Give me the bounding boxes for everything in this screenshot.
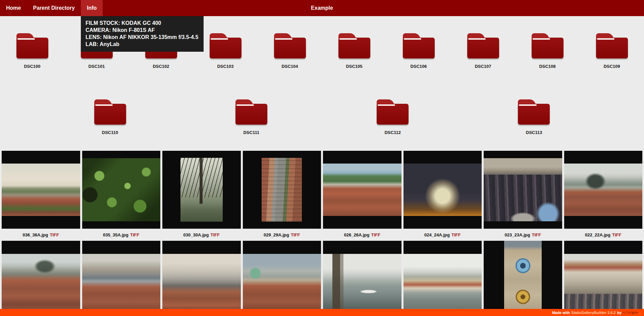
tooltip-line-camera: CAMERA: Nikon F-801S AF: [86, 27, 198, 34]
thumbnail-link[interactable]: [404, 151, 482, 229]
thumbnail-filename: 036_36A.jpg: [23, 232, 48, 237]
navbar: Home Parent Directory Info FILM STOCK: K…: [0, 0, 644, 16]
footer-bar: Made with StaticGalleryBuilder 2.6.2 by …: [0, 309, 644, 316]
folder-icon: [596, 33, 628, 58]
thumbnail-link[interactable]: [323, 241, 401, 316]
gallery-item: [404, 241, 482, 316]
folder-item-dsc109[interactable]: DSC109: [585, 33, 639, 69]
thumbnail-link[interactable]: [162, 151, 241, 229]
folder-icon: [532, 33, 564, 58]
folder-label: DSC108: [539, 64, 555, 69]
thumbnail-photo-crowd: [484, 158, 562, 221]
thumbnail-photo-night-church: [404, 164, 482, 216]
folder-item-dsc103[interactable]: DSC103: [199, 33, 252, 69]
thumbnail-link[interactable]: [323, 151, 401, 229]
nav-item-home[interactable]: Home: [0, 0, 27, 16]
thumbnail-link[interactable]: [484, 151, 562, 229]
gallery-item: 026_26A.jpg TIFF: [323, 151, 401, 241]
footer-brand-link[interactable]: StaticGalleryBuilder 2.6.2: [571, 311, 616, 315]
gallery-item: 022_22A.jpg TIFF: [564, 151, 643, 241]
thumbnail-link[interactable]: [82, 241, 161, 316]
folder-item-dsc112[interactable]: DSC112: [366, 99, 420, 135]
folder-label: DSC110: [102, 130, 118, 135]
nav-item-parent-directory[interactable]: Parent Directory: [27, 0, 81, 16]
thumbnail-photo-tree-over-city: [180, 158, 223, 222]
thumbnail-link[interactable]: [162, 241, 241, 316]
folder-label: DSC112: [384, 130, 400, 135]
thumbnail-caption: 023_23A.jpg TIFF: [484, 229, 562, 241]
folder-item-dsc106[interactable]: DSC106: [392, 33, 445, 69]
gallery-item: [323, 241, 401, 316]
tooltip-line-film-stock: FILM STOCK: KODAK GC 400: [86, 19, 198, 27]
thumbnail-link[interactable]: [484, 241, 562, 316]
gallery-item: [82, 241, 161, 316]
folder-item-dsc108[interactable]: DSC108: [521, 33, 574, 69]
folder-label: DSC107: [475, 64, 491, 69]
thumbnail-caption: 029_29A.jpg TIFF: [243, 229, 321, 241]
gallery-item: 036_36A.jpg TIFF: [2, 151, 80, 241]
folder-label: DSC105: [346, 64, 362, 69]
thumbnail-link[interactable]: [243, 151, 321, 229]
folder-label: DSC101: [88, 64, 105, 69]
footer-logo-link[interactable]: </srgn>: [623, 310, 638, 315]
folder-label: DSC113: [526, 130, 542, 135]
gallery-item: [243, 241, 321, 316]
thumbnail-photo-rooftops-river: [82, 254, 161, 311]
thumbnail-link[interactable]: [243, 241, 321, 316]
tiff-link[interactable]: TIFF: [532, 232, 541, 237]
tiff-link[interactable]: TIFF: [210, 232, 219, 237]
folder-item-dsc113[interactable]: DSC113: [507, 99, 561, 135]
folder-icon: [467, 33, 499, 58]
footer-by-text: by: [617, 311, 622, 315]
thumbnail-photo-aerial-street: [262, 158, 302, 222]
tiff-link[interactable]: TIFF: [130, 232, 139, 237]
thumbnail-filename: 022_22A.jpg: [585, 232, 610, 237]
thumbnail-caption: 022_22A.jpg TIFF: [564, 229, 643, 241]
thumbnail-filename: 030_30A.jpg: [183, 232, 209, 237]
folder-icon: [210, 33, 241, 58]
thumbnail-link[interactable]: [82, 151, 161, 229]
folder-item-dsc107[interactable]: DSC107: [456, 33, 510, 69]
folder-item-dsc111[interactable]: DSC111: [224, 99, 278, 135]
gallery-item: [564, 241, 643, 316]
footer-made-with-text: Made with: [552, 311, 570, 315]
thumbnail-link[interactable]: [404, 241, 482, 316]
thumbnail-photo-rooftops-hill: [323, 164, 401, 216]
tiff-link[interactable]: TIFF: [291, 232, 300, 237]
folder-item-dsc100[interactable]: DSC100: [5, 33, 59, 69]
folder-label: DSC100: [24, 64, 40, 69]
tiff-link[interactable]: TIFF: [50, 232, 59, 237]
thumbnail-caption: 024_24A.jpg TIFF: [404, 229, 482, 241]
thumbnail-link[interactable]: [2, 151, 80, 229]
thumbnail-photo-rooftops-spires: [2, 254, 80, 311]
folder-icon: [235, 99, 267, 125]
folder-label: DSC102: [153, 64, 169, 69]
folder-label: DSC109: [603, 64, 620, 69]
folder-icon: [518, 99, 550, 125]
tiff-link[interactable]: TIFF: [612, 232, 621, 237]
thumbnail-photo-foliage: [82, 158, 161, 221]
thumbnail-link[interactable]: [564, 241, 643, 316]
thumbnail-caption: 036_36A.jpg TIFF: [2, 229, 80, 241]
folder-icon: [94, 99, 126, 125]
nav-item-example[interactable]: Example: [311, 5, 333, 11]
nav-item-info[interactable]: Info FILM STOCK: KODAK GC 400 CAMERA: Ni…: [81, 0, 103, 16]
thumbnail-filename: 029_29A.jpg: [264, 232, 289, 237]
thumbnail-photo-hazy-panorama: [162, 254, 241, 311]
gallery-item: 029_29A.jpg TIFF: [243, 151, 321, 241]
thumbnail-link[interactable]: [2, 241, 80, 316]
folder-item-dsc110[interactable]: DSC110: [83, 99, 137, 135]
folder-item-dsc104[interactable]: DSC104: [263, 33, 317, 69]
folder-label: DSC111: [243, 130, 259, 135]
gallery-item: [2, 241, 80, 316]
thumbnail-link[interactable]: [564, 151, 643, 229]
folder-item-dsc105[interactable]: DSC105: [327, 33, 381, 69]
thumbnail-photo-castle-panorama: [564, 164, 643, 216]
footer-period: .: [640, 311, 641, 315]
info-tooltip: FILM STOCK: KODAK GC 400 CAMERA: Nikon F…: [81, 16, 204, 52]
tiff-link[interactable]: TIFF: [371, 232, 380, 237]
folder-label: DSC104: [281, 64, 298, 69]
tiff-link[interactable]: TIFF: [451, 232, 461, 237]
folder-icon: [274, 33, 306, 58]
folder-label: DSC103: [217, 64, 233, 69]
